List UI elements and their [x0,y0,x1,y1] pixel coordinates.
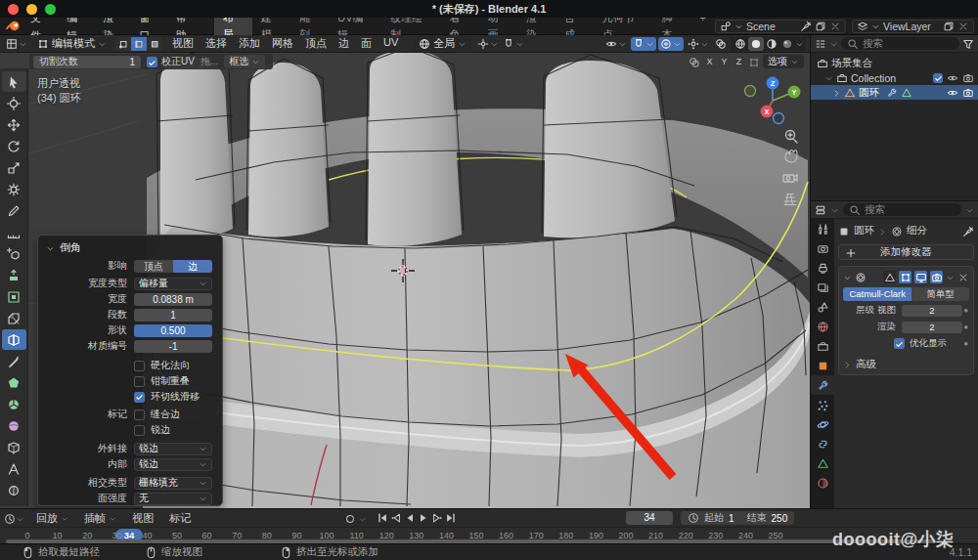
mirror-z-button[interactable]: Z [733,56,745,68]
tool-loop-cut[interactable] [2,329,26,350]
mirror-x-button[interactable]: X [703,56,716,68]
tool-move[interactable] [2,114,26,135]
scene-selector[interactable]: Scene [715,20,846,33]
viewport-menu-边[interactable]: 边 [333,36,355,51]
jump-to-end-button[interactable] [444,512,457,525]
tool-add-cube[interactable] [2,243,26,264]
auto-keying-button[interactable] [344,511,356,524]
correct-uv-checkbox[interactable]: 校正UV [147,55,195,68]
collapse-icon[interactable] [843,271,852,282]
properties-tab-constraints[interactable] [811,434,834,453]
viewport-menu-顶点[interactable]: 顶点 [299,36,333,51]
levels-render-field[interactable]: 2 [902,322,962,333]
current-frame-field[interactable]: 34 [626,511,673,525]
toggle-realtime-icon[interactable] [914,271,927,283]
tool-tweak[interactable] [2,71,26,92]
tool-poly-build[interactable] [2,372,26,393]
levels-viewport-field[interactable]: 2 [902,305,962,317]
tool-extrude-region[interactable] [2,265,26,285]
material-index-field[interactable]: -1 [134,340,212,353]
tool-smooth[interactable] [2,415,26,436]
tool-cursor[interactable] [2,93,26,113]
header-dropdown-icon[interactable] [965,204,974,216]
cuts-count-field[interactable]: 切割次数 1 [33,56,141,68]
mirror-y-button[interactable]: Y [718,56,731,68]
edge-select-button[interactable] [131,37,147,51]
start-frame-value[interactable]: 1 [729,513,734,524]
harden-normals-checkbox[interactable] [134,361,145,371]
editor-type-button[interactable] [4,37,29,51]
gizmos-button[interactable] [686,37,711,51]
pin-icon[interactable] [962,224,974,237]
properties-tab-scene[interactable] [811,297,834,317]
properties-search-input[interactable]: 搜索 [843,203,961,216]
delete-viewlayer-icon[interactable] [957,20,969,32]
collection-row[interactable]: Collection [811,70,978,85]
properties-tab-material[interactable] [811,473,834,493]
width-field[interactable]: 0.0838 m [134,293,212,306]
tool-transform[interactable] [2,179,26,199]
timeline-menu-标记[interactable]: 标记 [161,509,199,527]
face-select-button[interactable] [147,37,162,51]
outliner-search-input[interactable]: 搜索 [841,37,959,50]
object-row-torus[interactable]: 圆环 [811,85,978,100]
editor-type-button[interactable] [4,511,16,524]
viewport-menu-网格[interactable]: 网格 [266,36,299,51]
timeline-menu-回放[interactable]: 回放 [28,509,76,527]
collapse-panel-icon[interactable] [46,242,55,253]
mesh-object[interactable] [143,53,810,508]
toggle-edit-mode-icon[interactable] [899,271,911,283]
properties-tab-object[interactable] [811,356,834,375]
snap-symmetry-icon[interactable] [748,55,760,67]
shape-slider[interactable]: 0.500 [134,324,212,337]
filter-icon[interactable] [962,37,974,50]
blender-logo-icon[interactable] [6,19,21,33]
mode-dropdown[interactable]: 编辑模式 [32,37,111,51]
mark-sharp-checkbox[interactable] [134,425,145,436]
intersection-type-dropdown[interactable]: 栅格填充 [134,477,212,490]
vertex-select-button[interactable] [115,37,131,51]
show-hide-button[interactable] [603,37,629,51]
viewport-menu-选择[interactable]: 选择 [200,36,233,51]
rendered-shading-button[interactable] [779,37,795,51]
tool-annotate[interactable] [2,200,26,221]
tool-shear[interactable] [2,458,26,479]
viewport-menu-面[interactable]: 面 [355,36,378,51]
viewlayer-selector[interactable]: ViewLayer [852,20,974,33]
breadcrumb-modifier[interactable]: 细分 [907,224,927,237]
properties-tab-particles[interactable] [811,395,834,414]
optimal-display-checkbox[interactable] [894,338,905,349]
axis-neg-y[interactable] [745,86,756,97]
transform-orientation-dropdown[interactable]: 全局 [414,37,471,51]
properties-tab-physics[interactable] [811,414,834,434]
properties-tab-modifiers[interactable] [811,375,834,395]
zoom-icon[interactable] [786,131,798,144]
options-dropdown[interactable]: 选项 [763,55,804,68]
clamp-overlap-checkbox[interactable] [134,376,145,387]
delete-scene-icon[interactable] [829,20,841,32]
tool-scale[interactable] [2,157,26,178]
new-scene-icon[interactable] [815,20,826,32]
properties-tab-tool[interactable] [811,219,834,238]
next-keyframe-button[interactable] [430,512,443,525]
mark-seams-checkbox[interactable] [134,409,145,420]
inner-miter-dropdown[interactable]: 锐边 [134,458,212,471]
properties-tab-output[interactable] [811,258,834,278]
properties-tab-render[interactable] [811,238,834,258]
viewport-menu-视图[interactable]: 视图 [166,36,200,51]
outer-miter-dropdown[interactable]: 锐边 [134,443,212,455]
expand-icon[interactable] [832,87,841,99]
viewport-canvas[interactable]: Z Y X [0,53,810,508]
advanced-expand-icon[interactable] [843,359,852,370]
tool-spin[interactable] [2,394,26,414]
new-viewlayer-icon[interactable] [943,20,955,32]
disable-render-icon[interactable] [962,86,974,99]
toggle-render-icon[interactable] [930,271,943,283]
play-reverse-button[interactable] [403,512,416,525]
end-frame-value[interactable]: 250 [772,513,788,524]
advanced-label[interactable]: 高级 [856,358,876,371]
properties-tab-object-data[interactable] [811,453,834,473]
play-button[interactable] [417,512,429,525]
tool-measure[interactable] [2,222,26,242]
hide-icon[interactable] [947,86,958,99]
